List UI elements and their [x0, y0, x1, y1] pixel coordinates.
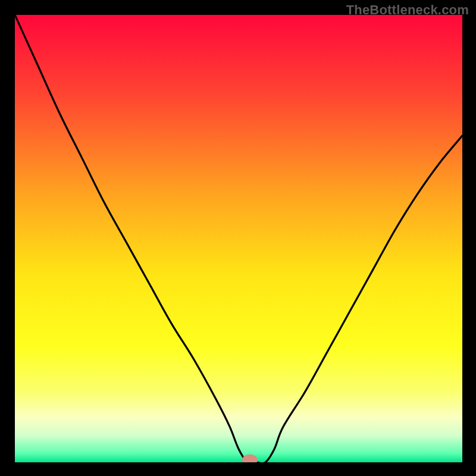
chart-container: TheBottleneck.com [0, 0, 476, 476]
plot-area [15, 15, 462, 462]
gradient-background [15, 15, 462, 462]
chart-svg [15, 15, 462, 462]
